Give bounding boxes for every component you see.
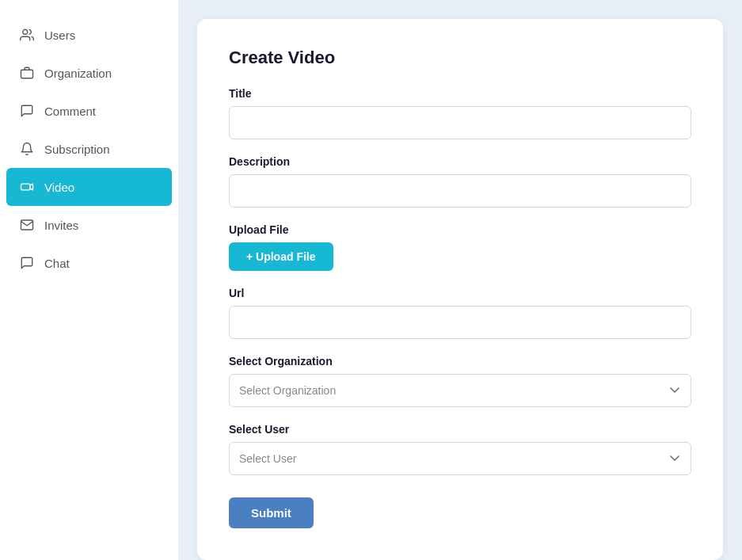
users-icon xyxy=(19,27,35,43)
description-input[interactable] xyxy=(229,174,691,208)
create-video-form: Create Video Title Description Upload Fi… xyxy=(197,19,723,560)
upload-label: Upload File xyxy=(229,223,691,236)
sidebar-item-organization[interactable]: Organization xyxy=(0,54,178,92)
upload-file-button[interactable]: + Upload File xyxy=(229,242,333,271)
sidebar-item-invites[interactable]: Invites xyxy=(0,206,178,244)
sidebar-item-comment-label: Comment xyxy=(44,105,96,118)
organization-icon xyxy=(19,65,35,81)
sidebar-item-organization-label: Organization xyxy=(44,67,112,80)
subscription-icon xyxy=(19,141,35,157)
chat-icon xyxy=(19,255,35,271)
invites-icon xyxy=(19,217,35,233)
main-content: Create Video Title Description Upload Fi… xyxy=(178,0,742,560)
svg-rect-1 xyxy=(21,70,33,78)
sidebar-item-video[interactable]: Video xyxy=(6,168,172,206)
sidebar-item-video-label: Video xyxy=(44,181,74,194)
sidebar-item-comment[interactable]: Comment xyxy=(0,92,178,130)
select-organization-dropdown[interactable]: Select Organization xyxy=(229,374,691,407)
sidebar-item-chat-label: Chat xyxy=(44,257,70,270)
submit-button[interactable]: Submit xyxy=(229,497,314,528)
sidebar-item-subscription[interactable]: Subscription xyxy=(0,130,178,168)
title-label: Title xyxy=(229,87,691,100)
svg-point-0 xyxy=(23,29,28,34)
sidebar-item-invites-label: Invites xyxy=(44,219,78,232)
description-label: Description xyxy=(229,155,691,168)
select-organization-group: Select Organization Select Organization xyxy=(229,355,691,407)
select-user-dropdown[interactable]: Select User xyxy=(229,442,691,475)
sidebar-item-chat[interactable]: Chat xyxy=(0,244,178,282)
select-user-label: Select User xyxy=(229,423,691,436)
sidebar: Users Organization Comment Subscription xyxy=(0,0,178,560)
video-icon xyxy=(19,179,35,195)
title-group: Title xyxy=(229,87,691,139)
select-organization-label: Select Organization xyxy=(229,355,691,368)
sidebar-item-subscription-label: Subscription xyxy=(44,143,110,156)
description-group: Description xyxy=(229,155,691,208)
comment-icon xyxy=(19,103,35,119)
upload-group: Upload File + Upload File xyxy=(229,223,691,271)
url-input[interactable] xyxy=(229,306,691,339)
page-title: Create Video xyxy=(229,48,691,68)
svg-rect-2 xyxy=(21,184,30,190)
sidebar-item-users-label: Users xyxy=(44,29,75,42)
sidebar-item-users[interactable]: Users xyxy=(0,16,178,54)
url-label: Url xyxy=(229,287,691,299)
url-group: Url xyxy=(229,287,691,339)
title-input[interactable] xyxy=(229,106,691,139)
select-user-group: Select User Select User xyxy=(229,423,691,475)
